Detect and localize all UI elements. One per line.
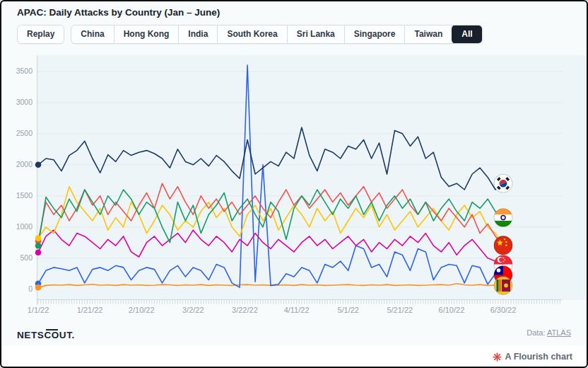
netscout-logo: NETSCOUT. (17, 330, 75, 340)
svg-text:0: 0 (28, 284, 33, 293)
svg-text:3/22/22: 3/22/22 (232, 306, 258, 314)
svg-text:1000: 1000 (16, 222, 33, 231)
flourish-chart-card: APAC: Daily Attacks by Country (Jan – Ju… (0, 0, 588, 368)
flourish-attribution[interactable]: A Flourish chart (493, 352, 572, 362)
filter-button-all[interactable]: All (452, 25, 482, 44)
start-dot-hong-kong (35, 235, 42, 241)
svg-text:2000: 2000 (16, 160, 33, 168)
svg-text:1/21/22: 1/21/22 (77, 306, 103, 314)
svg-text:2500: 2500 (16, 129, 33, 137)
data-source-note: Data: ATLAS (527, 328, 571, 337)
start-dot-south-korea (35, 162, 42, 168)
svg-text:6/30/22: 6/30/22 (490, 306, 517, 314)
flourish-attribution-label: A Flourish chart (505, 352, 572, 362)
atlas-link[interactable]: ATLAS (547, 328, 571, 337)
svg-text:3000: 3000 (16, 98, 33, 106)
svg-text:1/1/22: 1/1/22 (28, 306, 49, 314)
svg-text:3500: 3500 (16, 67, 33, 75)
attacks-line-chart: 05001000150020002500300035001/1/221/21/2… (1, 1, 588, 368)
svg-text:5/21/22: 5/21/22 (387, 306, 413, 314)
start-dot-india (35, 243, 42, 249)
svg-text:3/2/22: 3/2/22 (182, 306, 204, 314)
flourish-starburst-icon (493, 352, 502, 362)
start-dot-singapore (35, 250, 42, 256)
netscout-logo-bar (46, 329, 58, 330)
svg-text:5/1/22: 5/1/22 (337, 306, 359, 314)
svg-text:2/10/22: 2/10/22 (129, 306, 155, 314)
data-source-prefix: Data: (527, 328, 545, 337)
svg-text:500: 500 (20, 253, 33, 262)
svg-text:4/11/22: 4/11/22 (284, 306, 310, 314)
start-dot-sri-lanka (35, 284, 42, 291)
svg-text:6/10/22: 6/10/22 (439, 306, 465, 314)
svg-text:1500: 1500 (16, 191, 33, 200)
